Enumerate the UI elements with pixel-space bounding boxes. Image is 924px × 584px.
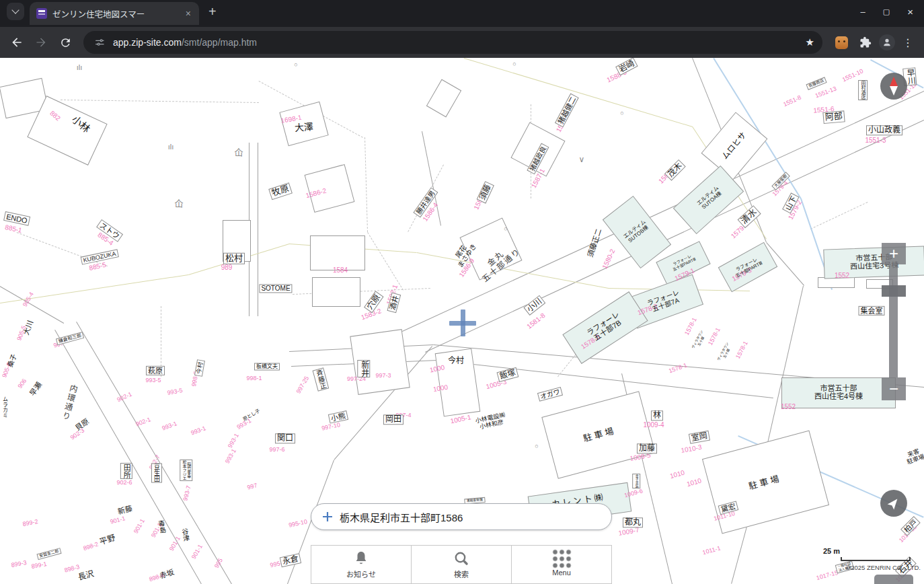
search-address-text: 栃木県足利市五十部町1586 [340,510,463,524]
map-label: 1009-4 [643,421,664,429]
map-label: ヴィラタウン 五十部 [717,342,733,363]
chevron-down-icon [11,6,19,13]
map-contour-line [464,58,693,127]
map-label: 899-2 [22,518,38,527]
nav-item-notifications[interactable]: お知らせ [311,546,412,583]
map-label: 1551-8 [782,94,802,108]
map-label: ○ [535,443,538,449]
map-label: 1010 [686,477,702,488]
map-label: 仚 [174,199,183,209]
map-label: ○ [294,61,297,68]
nav-item-search[interactable]: 検索 [412,546,512,583]
map-label: 林 [651,410,663,421]
tab-strip: ゼンリン住宅地図スマー × + – ▢ × [0,0,924,27]
browser-menu-kebab-icon[interactable]: ⋮ [898,36,919,49]
map-label: 997-3 [375,372,391,379]
map-label: 市営五十部 西山住宅4号棟 [814,384,863,401]
bookmark-star-icon[interactable]: ★ [806,36,814,48]
map-parcel-line [364,137,368,232]
tab-close-icon[interactable]: × [184,8,192,19]
map-label: 1580-2 [601,248,616,270]
compass-south-needle-icon [890,86,898,96]
map-label: 豆生田 [151,464,162,483]
browser-toolbar: app.zip-site.com/smt/app/map.htm ★ ⋮ [0,27,924,58]
map-label: 993-1 [190,425,206,436]
zoom-slider-handle[interactable] [882,285,906,297]
tab-zenrin-map[interactable]: ゼンリン住宅地図スマー × [30,2,199,25]
map-label: 901-1 [110,515,126,525]
new-tab-button[interactable]: + [208,4,217,20]
map-control-stub-button[interactable] [874,575,913,584]
map-label: 901-1 [190,544,204,560]
map-label: 885-1 [4,223,22,234]
map-label: 1578-1 [683,316,698,336]
window-maximize-button[interactable]: ▢ [883,8,890,15]
address-search-pill[interactable]: 栃木県足利市五十部町1586 [311,503,612,530]
zoom-out-button[interactable]: − [882,377,906,400]
map-label: 永倉 [280,553,302,567]
address-bar[interactable]: app.zip-site.com/smt/app/map.htm ★ [83,31,822,54]
map-label: ムラカミ [1,396,7,418]
map-label: 早瀬 [28,380,44,397]
map-label: 小熊 [328,410,348,424]
zoom-in-button[interactable]: + [882,243,906,264]
map-label: 993-5 [167,387,183,396]
window-minimize-button[interactable]: – [861,7,865,16]
nav-label: 検索 [454,569,469,579]
map-label: 金子美装 [632,474,640,488]
map-road-line [0,286,64,324]
map-label: 1578-1 [668,361,688,374]
map-canvas[interactable]: 902-3906905-6907905-5905-4899-1899-3899-… [0,58,924,584]
compass-button[interactable] [880,73,907,100]
url-path: /smt/app/map.htm [182,37,257,48]
map-label: 室岡 [689,431,710,444]
map-label: 斉藤正 [313,367,330,391]
map-label: 今村 [448,357,464,365]
nav-item-menu[interactable]: Menu [512,546,611,583]
map-label: 993-7 [182,485,192,502]
map-label: ○ [512,61,516,67]
map-label: 993-1 [161,420,178,431]
map-label: 993-1 [227,433,240,449]
map-label: 田所 [120,463,132,479]
map-scale-bar [841,557,911,561]
url-host: app.zip-site.com [113,37,182,48]
map-label: 1010 [669,469,685,480]
map-label: 佐藤商店 [806,77,826,89]
map-label: 901-1 [132,518,146,535]
map-label: 新井 [357,360,370,377]
grid-icon [552,549,572,568]
map-label: 1017-15 [816,569,839,581]
map-parcel-line [367,232,403,291]
map-label: 加藤 [637,443,657,453]
site-settings-icon[interactable] [91,34,108,50]
map-label: 1011-1 [701,545,721,556]
map-label: 997-25 [295,375,311,394]
map-label: 1578-1 [707,326,722,346]
map-label: 1010-3 [681,443,703,454]
map-label: 阿部 [822,110,845,123]
extension-icon[interactable] [835,36,848,49]
extensions-puzzle-icon[interactable] [855,32,876,52]
map-label: 1551-13 [814,85,837,100]
zoom-slider-track[interactable] [889,264,898,377]
tab-search-chevron-button[interactable] [7,3,24,20]
window-close-button[interactable]: × [907,7,913,17]
forward-button[interactable] [30,31,52,54]
map-label: 899-1 [31,560,47,570]
map-label: 1551-3 [865,137,886,144]
map-label: 906 [17,377,28,390]
map-label: 1584 [333,266,348,274]
map-crosshair-marker [461,309,465,336]
map-parcel-line [810,202,868,229]
map-road-line [437,360,773,398]
my-location-button[interactable] [880,490,907,517]
profile-avatar[interactable] [877,32,897,52]
map-label: 902-6 [116,479,132,486]
compass-north-needle-icon [890,77,898,86]
reload-button[interactable] [54,31,77,54]
map-label: 今村 [194,359,205,377]
back-button[interactable] [5,31,28,54]
map-label: 899-3 [11,559,27,569]
nav-label: お知らせ [346,569,376,579]
